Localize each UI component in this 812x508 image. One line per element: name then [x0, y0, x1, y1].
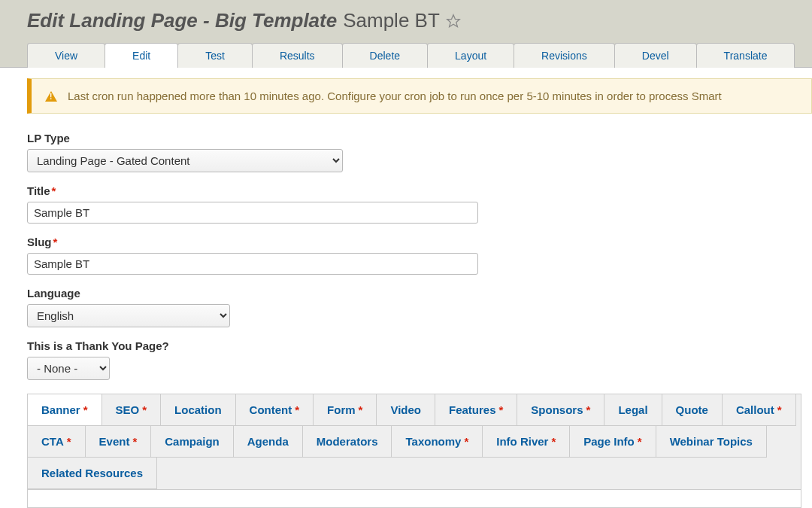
required-marker: *	[499, 403, 504, 416]
sub-tab-label: Info River	[496, 435, 548, 448]
tab-devel[interactable]: Devel	[614, 43, 697, 68]
sub-tab-features[interactable]: Features*	[435, 394, 517, 426]
sub-tab-label: Related Resources	[41, 467, 143, 479]
sub-tab-callout[interactable]: Callout*	[723, 394, 796, 426]
sub-tab-banner[interactable]: Banner*	[28, 394, 102, 426]
sub-tab-label: Location	[174, 403, 222, 416]
sub-tab-label: Form	[327, 403, 356, 416]
sub-tab-label: Webinar Topics	[670, 435, 753, 448]
sub-tab-label: CTA	[41, 435, 64, 448]
sub-tab-seo[interactable]: SEO*	[102, 394, 162, 426]
sub-tab-content[interactable]: Content*	[236, 394, 314, 426]
required-marker: *	[586, 403, 591, 416]
language-label: Language	[27, 287, 812, 300]
tab-view[interactable]: View	[27, 43, 105, 68]
sub-tab-sponsors[interactable]: Sponsors*	[517, 394, 604, 426]
tab-edit[interactable]: Edit	[105, 43, 178, 68]
tab-results[interactable]: Results	[252, 43, 343, 68]
tab-test[interactable]: Test	[177, 43, 253, 68]
sub-tab-agenda[interactable]: Agenda	[234, 426, 303, 458]
required-marker: *	[464, 435, 468, 448]
warning-message: Last cron run happened more than 10 minu…	[27, 78, 812, 114]
sub-tab-legal[interactable]: Legal	[604, 394, 662, 426]
sub-tab-location[interactable]: Location	[161, 394, 236, 426]
required-marker: *	[142, 403, 147, 416]
language-select[interactable]: English	[27, 304, 230, 327]
sub-tab-label: Callout	[736, 403, 774, 416]
tab-revisions[interactable]: Revisions	[514, 43, 615, 68]
sub-tab-label: Campaign	[165, 435, 220, 448]
tab-delete[interactable]: Delete	[342, 43, 428, 68]
sub-tabs: Banner*SEO*LocationContent*Form*VideoFea…	[27, 394, 801, 490]
sub-tab-moderators[interactable]: Moderators	[303, 426, 392, 458]
required-marker: *	[359, 403, 363, 416]
title-input[interactable]	[27, 202, 478, 224]
thank-you-label: This is a Thank You Page?	[27, 339, 812, 352]
slug-input[interactable]	[27, 253, 478, 275]
thank-you-select[interactable]: - None -	[27, 357, 110, 380]
sub-tab-label: Features	[449, 403, 496, 416]
star-icon[interactable]	[446, 14, 461, 29]
sub-tab-label: Quote	[676, 403, 708, 416]
sub-tab-cta[interactable]: CTA*	[28, 426, 86, 458]
required-marker: *	[67, 435, 71, 448]
tab-layout[interactable]: Layout	[427, 43, 514, 68]
sub-tab-label: Agenda	[247, 435, 289, 448]
sub-tab-label: Content	[250, 403, 292, 416]
sub-tab-label: Taxonomy	[405, 435, 461, 448]
slug-label: Slug*	[27, 236, 812, 248]
lp-type-label: LP Type	[27, 132, 812, 144]
sub-tab-event[interactable]: Event*	[86, 426, 152, 458]
sub-tab-label: SEO	[116, 403, 140, 416]
lp-type-select[interactable]: Landing Page - Gated Content	[27, 149, 343, 172]
warning-icon	[45, 91, 57, 102]
required-marker: *	[638, 435, 642, 448]
warning-text: Last cron run happened more than 10 minu…	[68, 90, 722, 102]
sub-tab-label: Banner	[41, 403, 80, 416]
required-marker: *	[295, 403, 299, 416]
sub-tab-label: Event	[99, 435, 130, 448]
svg-marker-0	[447, 14, 459, 26]
sub-tab-form[interactable]: Form*	[314, 394, 377, 426]
sub-tab-label: Legal	[618, 403, 647, 416]
sub-tab-video[interactable]: Video	[377, 394, 435, 426]
sub-tab-content	[27, 490, 801, 508]
title-name: Sample BT	[343, 9, 440, 32]
required-marker: *	[83, 403, 88, 416]
title-prefix: Edit Landing Page - Big Template	[27, 9, 337, 32]
required-marker: *	[132, 435, 137, 448]
primary-tabs: ViewEditTestResultsDeleteLayoutRevisions…	[27, 43, 785, 68]
sub-tab-related-resources[interactable]: Related Resources	[28, 458, 157, 489]
sub-tab-taxonomy[interactable]: Taxonomy*	[392, 426, 483, 458]
page-title: Edit Landing Page - Big Template Sample …	[27, 6, 785, 43]
sub-tab-quote[interactable]: Quote	[662, 394, 723, 426]
sub-tab-campaign[interactable]: Campaign	[151, 426, 234, 458]
sub-tab-label: Page Info	[583, 435, 635, 448]
required-marker: *	[777, 403, 782, 416]
sub-tab-label: Sponsors	[531, 403, 583, 416]
sub-tab-info-river[interactable]: Info River*	[483, 426, 570, 458]
title-label: Title*	[27, 184, 812, 197]
sub-tab-page-info[interactable]: Page Info*	[570, 426, 656, 458]
sub-tab-webinar-topics[interactable]: Webinar Topics	[656, 426, 767, 458]
required-marker: *	[551, 435, 556, 448]
sub-tab-label: Moderators	[317, 435, 378, 448]
sub-tab-label: Video	[390, 403, 421, 416]
tab-translate[interactable]: Translate	[696, 43, 795, 68]
